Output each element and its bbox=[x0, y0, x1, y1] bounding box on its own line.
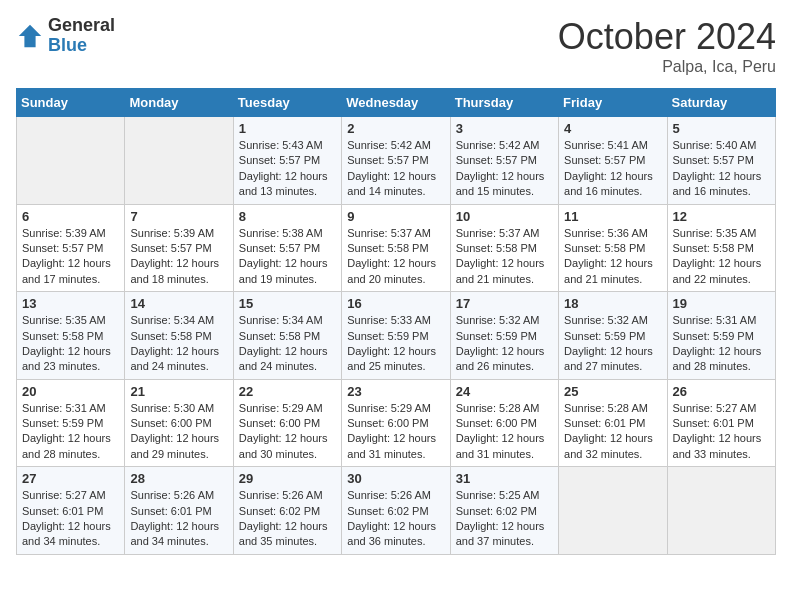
day-info: Sunrise: 5:27 AMSunset: 6:01 PMDaylight:… bbox=[22, 488, 119, 550]
day-number: 13 bbox=[22, 296, 119, 311]
calendar-cell: 21Sunrise: 5:30 AMSunset: 6:00 PMDayligh… bbox=[125, 379, 233, 467]
calendar-cell: 22Sunrise: 5:29 AMSunset: 6:00 PMDayligh… bbox=[233, 379, 341, 467]
day-number: 4 bbox=[564, 121, 661, 136]
day-number: 1 bbox=[239, 121, 336, 136]
calendar-cell: 1Sunrise: 5:43 AMSunset: 5:57 PMDaylight… bbox=[233, 117, 341, 205]
day-number: 29 bbox=[239, 471, 336, 486]
calendar-cell: 17Sunrise: 5:32 AMSunset: 5:59 PMDayligh… bbox=[450, 292, 558, 380]
weekday-header-tuesday: Tuesday bbox=[233, 89, 341, 117]
calendar-cell bbox=[17, 117, 125, 205]
logo: General Blue bbox=[16, 16, 115, 56]
calendar-cell bbox=[559, 467, 667, 555]
day-info: Sunrise: 5:28 AMSunset: 6:01 PMDaylight:… bbox=[564, 401, 661, 463]
day-info: Sunrise: 5:37 AMSunset: 5:58 PMDaylight:… bbox=[347, 226, 444, 288]
calendar-cell: 23Sunrise: 5:29 AMSunset: 6:00 PMDayligh… bbox=[342, 379, 450, 467]
calendar-week-row: 1Sunrise: 5:43 AMSunset: 5:57 PMDaylight… bbox=[17, 117, 776, 205]
day-number: 5 bbox=[673, 121, 770, 136]
day-info: Sunrise: 5:39 AMSunset: 5:57 PMDaylight:… bbox=[130, 226, 227, 288]
day-info: Sunrise: 5:36 AMSunset: 5:58 PMDaylight:… bbox=[564, 226, 661, 288]
day-number: 7 bbox=[130, 209, 227, 224]
day-info: Sunrise: 5:33 AMSunset: 5:59 PMDaylight:… bbox=[347, 313, 444, 375]
month-title: October 2024 bbox=[558, 16, 776, 58]
day-number: 22 bbox=[239, 384, 336, 399]
day-number: 18 bbox=[564, 296, 661, 311]
day-number: 8 bbox=[239, 209, 336, 224]
day-info: Sunrise: 5:25 AMSunset: 6:02 PMDaylight:… bbox=[456, 488, 553, 550]
calendar-week-row: 6Sunrise: 5:39 AMSunset: 5:57 PMDaylight… bbox=[17, 204, 776, 292]
svg-marker-0 bbox=[19, 25, 41, 47]
day-number: 25 bbox=[564, 384, 661, 399]
weekday-header-friday: Friday bbox=[559, 89, 667, 117]
day-info: Sunrise: 5:39 AMSunset: 5:57 PMDaylight:… bbox=[22, 226, 119, 288]
day-number: 9 bbox=[347, 209, 444, 224]
day-number: 2 bbox=[347, 121, 444, 136]
day-info: Sunrise: 5:26 AMSunset: 6:01 PMDaylight:… bbox=[130, 488, 227, 550]
calendar-week-row: 27Sunrise: 5:27 AMSunset: 6:01 PMDayligh… bbox=[17, 467, 776, 555]
weekday-header-wednesday: Wednesday bbox=[342, 89, 450, 117]
calendar-cell: 28Sunrise: 5:26 AMSunset: 6:01 PMDayligh… bbox=[125, 467, 233, 555]
day-info: Sunrise: 5:32 AMSunset: 5:59 PMDaylight:… bbox=[456, 313, 553, 375]
day-info: Sunrise: 5:35 AMSunset: 5:58 PMDaylight:… bbox=[673, 226, 770, 288]
weekday-header-sunday: Sunday bbox=[17, 89, 125, 117]
location: Palpa, Ica, Peru bbox=[558, 58, 776, 76]
day-info: Sunrise: 5:31 AMSunset: 5:59 PMDaylight:… bbox=[673, 313, 770, 375]
calendar-cell: 13Sunrise: 5:35 AMSunset: 5:58 PMDayligh… bbox=[17, 292, 125, 380]
day-info: Sunrise: 5:28 AMSunset: 6:00 PMDaylight:… bbox=[456, 401, 553, 463]
day-info: Sunrise: 5:43 AMSunset: 5:57 PMDaylight:… bbox=[239, 138, 336, 200]
logo-general-text: General bbox=[48, 16, 115, 36]
day-info: Sunrise: 5:27 AMSunset: 6:01 PMDaylight:… bbox=[673, 401, 770, 463]
calendar-cell: 29Sunrise: 5:26 AMSunset: 6:02 PMDayligh… bbox=[233, 467, 341, 555]
day-info: Sunrise: 5:29 AMSunset: 6:00 PMDaylight:… bbox=[347, 401, 444, 463]
day-number: 10 bbox=[456, 209, 553, 224]
calendar-week-row: 13Sunrise: 5:35 AMSunset: 5:58 PMDayligh… bbox=[17, 292, 776, 380]
day-number: 11 bbox=[564, 209, 661, 224]
day-info: Sunrise: 5:35 AMSunset: 5:58 PMDaylight:… bbox=[22, 313, 119, 375]
calendar-cell: 2Sunrise: 5:42 AMSunset: 5:57 PMDaylight… bbox=[342, 117, 450, 205]
day-info: Sunrise: 5:26 AMSunset: 6:02 PMDaylight:… bbox=[347, 488, 444, 550]
day-info: Sunrise: 5:37 AMSunset: 5:58 PMDaylight:… bbox=[456, 226, 553, 288]
calendar-cell: 12Sunrise: 5:35 AMSunset: 5:58 PMDayligh… bbox=[667, 204, 775, 292]
page-header: General Blue October 2024 Palpa, Ica, Pe… bbox=[16, 16, 776, 76]
calendar-cell: 7Sunrise: 5:39 AMSunset: 5:57 PMDaylight… bbox=[125, 204, 233, 292]
calendar-cell: 10Sunrise: 5:37 AMSunset: 5:58 PMDayligh… bbox=[450, 204, 558, 292]
day-info: Sunrise: 5:31 AMSunset: 5:59 PMDaylight:… bbox=[22, 401, 119, 463]
day-info: Sunrise: 5:41 AMSunset: 5:57 PMDaylight:… bbox=[564, 138, 661, 200]
weekday-header-row: SundayMondayTuesdayWednesdayThursdayFrid… bbox=[17, 89, 776, 117]
calendar-cell bbox=[125, 117, 233, 205]
calendar-cell: 9Sunrise: 5:37 AMSunset: 5:58 PMDaylight… bbox=[342, 204, 450, 292]
day-info: Sunrise: 5:34 AMSunset: 5:58 PMDaylight:… bbox=[130, 313, 227, 375]
day-number: 30 bbox=[347, 471, 444, 486]
calendar-cell: 27Sunrise: 5:27 AMSunset: 6:01 PMDayligh… bbox=[17, 467, 125, 555]
day-number: 26 bbox=[673, 384, 770, 399]
calendar-week-row: 20Sunrise: 5:31 AMSunset: 5:59 PMDayligh… bbox=[17, 379, 776, 467]
day-info: Sunrise: 5:26 AMSunset: 6:02 PMDaylight:… bbox=[239, 488, 336, 550]
day-number: 3 bbox=[456, 121, 553, 136]
calendar-cell: 11Sunrise: 5:36 AMSunset: 5:58 PMDayligh… bbox=[559, 204, 667, 292]
calendar-cell bbox=[667, 467, 775, 555]
calendar-cell: 30Sunrise: 5:26 AMSunset: 6:02 PMDayligh… bbox=[342, 467, 450, 555]
logo-icon bbox=[16, 22, 44, 50]
calendar-cell: 31Sunrise: 5:25 AMSunset: 6:02 PMDayligh… bbox=[450, 467, 558, 555]
calendar-cell: 19Sunrise: 5:31 AMSunset: 5:59 PMDayligh… bbox=[667, 292, 775, 380]
day-number: 31 bbox=[456, 471, 553, 486]
calendar-cell: 4Sunrise: 5:41 AMSunset: 5:57 PMDaylight… bbox=[559, 117, 667, 205]
calendar-cell: 20Sunrise: 5:31 AMSunset: 5:59 PMDayligh… bbox=[17, 379, 125, 467]
day-number: 23 bbox=[347, 384, 444, 399]
day-info: Sunrise: 5:38 AMSunset: 5:57 PMDaylight:… bbox=[239, 226, 336, 288]
day-number: 20 bbox=[22, 384, 119, 399]
day-number: 15 bbox=[239, 296, 336, 311]
calendar-cell: 8Sunrise: 5:38 AMSunset: 5:57 PMDaylight… bbox=[233, 204, 341, 292]
calendar-cell: 24Sunrise: 5:28 AMSunset: 6:00 PMDayligh… bbox=[450, 379, 558, 467]
calendar-cell: 6Sunrise: 5:39 AMSunset: 5:57 PMDaylight… bbox=[17, 204, 125, 292]
day-info: Sunrise: 5:42 AMSunset: 5:57 PMDaylight:… bbox=[347, 138, 444, 200]
calendar-cell: 18Sunrise: 5:32 AMSunset: 5:59 PMDayligh… bbox=[559, 292, 667, 380]
title-block: October 2024 Palpa, Ica, Peru bbox=[558, 16, 776, 76]
calendar-table: SundayMondayTuesdayWednesdayThursdayFrid… bbox=[16, 88, 776, 555]
calendar-cell: 5Sunrise: 5:40 AMSunset: 5:57 PMDaylight… bbox=[667, 117, 775, 205]
calendar-cell: 16Sunrise: 5:33 AMSunset: 5:59 PMDayligh… bbox=[342, 292, 450, 380]
calendar-cell: 26Sunrise: 5:27 AMSunset: 6:01 PMDayligh… bbox=[667, 379, 775, 467]
logo-blue-text: Blue bbox=[48, 36, 115, 56]
day-number: 19 bbox=[673, 296, 770, 311]
day-number: 17 bbox=[456, 296, 553, 311]
calendar-cell: 3Sunrise: 5:42 AMSunset: 5:57 PMDaylight… bbox=[450, 117, 558, 205]
